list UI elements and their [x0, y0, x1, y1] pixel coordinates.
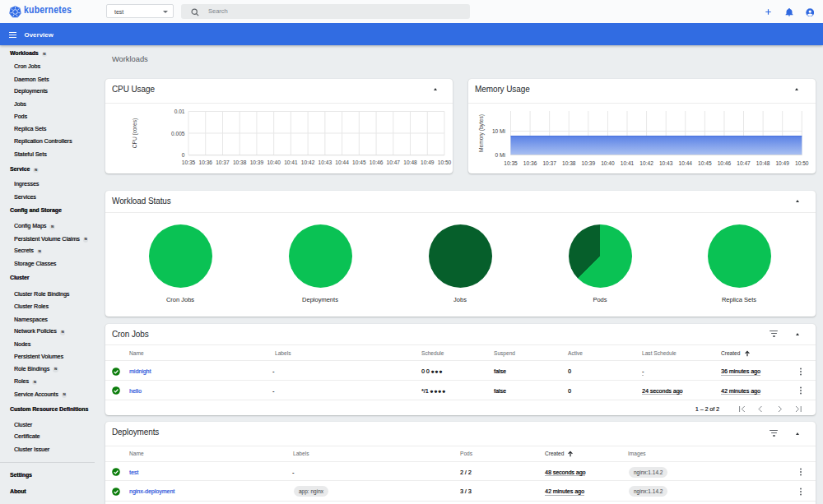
svg-text:10:42: 10:42 — [301, 160, 315, 165]
svg-text:10:41: 10:41 — [621, 160, 635, 166]
svg-text:10:46: 10:46 — [718, 160, 732, 166]
svg-text:10:38: 10:38 — [562, 160, 576, 166]
svg-text:10:39: 10:39 — [582, 160, 596, 166]
svg-text:Memory (bytes): Memory (bytes) — [478, 114, 485, 152]
svg-text:10:43: 10:43 — [319, 160, 332, 165]
svg-text:10:49: 10:49 — [775, 160, 789, 166]
svg-text:10:41: 10:41 — [284, 160, 298, 165]
svg-text:10:45: 10:45 — [698, 160, 712, 166]
svg-text:0: 0 — [182, 152, 185, 158]
svg-text:10:46: 10:46 — [370, 160, 384, 165]
svg-text:10:48: 10:48 — [756, 160, 770, 166]
svg-text:10:45: 10:45 — [352, 160, 366, 165]
svg-text:10:49: 10:49 — [421, 160, 435, 165]
svg-text:10:36: 10:36 — [523, 160, 537, 166]
svg-text:10:44: 10:44 — [335, 160, 349, 165]
svg-text:10:39: 10:39 — [250, 160, 264, 165]
svg-text:10:43: 10:43 — [659, 160, 673, 166]
svg-text:10:50: 10:50 — [795, 160, 809, 166]
svg-text:10:42: 10:42 — [639, 160, 653, 166]
svg-text:10 Mi: 10 Mi — [492, 128, 506, 134]
svg-text:CPU (cores): CPU (cores) — [132, 118, 138, 148]
svg-text:10:35: 10:35 — [182, 160, 196, 165]
svg-text:10:44: 10:44 — [679, 160, 693, 166]
svg-text:10:38: 10:38 — [233, 160, 247, 165]
svg-text:10:37: 10:37 — [216, 160, 230, 165]
svg-text:10:35: 10:35 — [504, 160, 518, 166]
svg-text:0.005: 0.005 — [171, 131, 185, 136]
svg-text:10:36: 10:36 — [198, 160, 212, 165]
svg-text:10:47: 10:47 — [387, 160, 401, 165]
svg-text:10:47: 10:47 — [737, 160, 751, 166]
svg-text:10:40: 10:40 — [267, 160, 281, 165]
svg-text:10:37: 10:37 — [542, 160, 556, 166]
svg-text:10:40: 10:40 — [601, 160, 615, 166]
svg-text:0 Mi: 0 Mi — [495, 152, 506, 158]
svg-text:0.01: 0.01 — [174, 109, 185, 114]
svg-text:10:48: 10:48 — [403, 160, 417, 165]
svg-text:10:50: 10:50 — [438, 160, 452, 165]
